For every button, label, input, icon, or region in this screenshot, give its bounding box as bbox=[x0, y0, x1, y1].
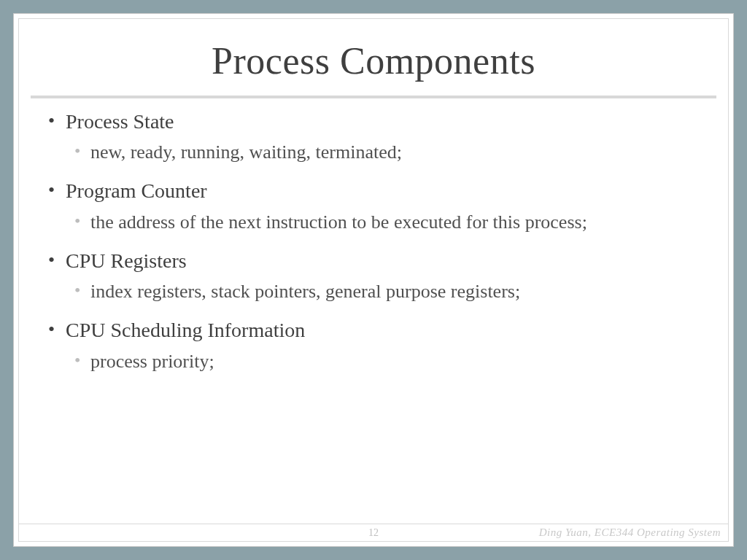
footer-author: Ding Yuan, ECE344 Operating System bbox=[539, 526, 721, 539]
list-item: CPU Scheduling Information process prior… bbox=[45, 317, 702, 373]
slide-inner: Process Components Process State new, re… bbox=[18, 18, 729, 542]
sub-list: index registers, stack pointers, general… bbox=[45, 279, 702, 304]
slide-title: Process Components bbox=[34, 39, 713, 82]
sub-item: the address of the next instruction to b… bbox=[45, 209, 702, 235]
slide-footer: 12 Ding Yuan, ECE344 Operating System bbox=[19, 524, 728, 541]
slide-frame: Process Components Process State new, re… bbox=[13, 13, 734, 547]
list-item: Process State new, ready, running, waiti… bbox=[45, 109, 702, 165]
sub-list: the address of the next instruction to b… bbox=[45, 209, 702, 235]
bullet-label: Program Counter bbox=[45, 178, 702, 204]
list-item: CPU Registers index registers, stack poi… bbox=[45, 248, 702, 304]
slide-content: Process State new, ready, running, waiti… bbox=[19, 109, 728, 524]
title-divider bbox=[31, 96, 716, 98]
sub-list: new, ready, running, waiting, terminated… bbox=[45, 139, 702, 165]
bullet-label: CPU Scheduling Information bbox=[45, 317, 702, 343]
sub-item: index registers, stack pointers, general… bbox=[45, 279, 702, 304]
sub-item: process priority; bbox=[45, 349, 702, 374]
title-area: Process Components bbox=[19, 19, 728, 96]
bullet-label: Process State bbox=[45, 109, 702, 135]
sub-item: new, ready, running, waiting, terminated… bbox=[45, 139, 702, 165]
bullet-list: Process State new, ready, running, waiti… bbox=[45, 109, 702, 374]
page-number: 12 bbox=[368, 527, 379, 539]
sub-list: process priority; bbox=[45, 349, 702, 374]
list-item: Program Counter the address of the next … bbox=[45, 178, 702, 234]
bullet-label: CPU Registers bbox=[45, 248, 702, 274]
